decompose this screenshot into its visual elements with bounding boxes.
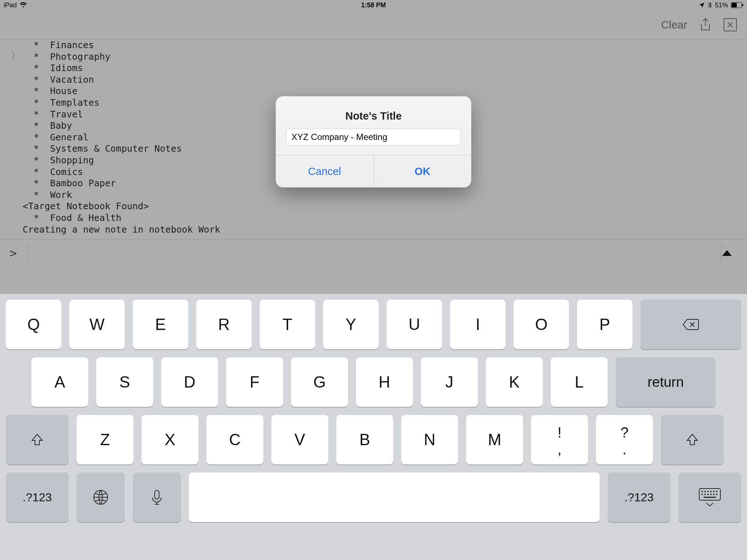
key-h[interactable]: H bbox=[356, 357, 413, 407]
key-e[interactable]: E bbox=[133, 300, 188, 349]
key-i[interactable]: I bbox=[450, 300, 506, 349]
key-shift-left[interactable] bbox=[6, 415, 69, 464]
key-label-bot: , bbox=[557, 442, 561, 456]
note-title-dialog: Note's Title Cancel OK bbox=[276, 96, 471, 187]
key-shift-right[interactable] bbox=[661, 415, 724, 464]
key-w[interactable]: W bbox=[69, 300, 125, 349]
key-n[interactable]: N bbox=[401, 415, 458, 464]
key-b[interactable]: B bbox=[336, 415, 393, 464]
key-j[interactable]: J bbox=[421, 357, 478, 407]
key-numbers-right[interactable]: .?123 bbox=[608, 472, 670, 522]
key-v[interactable]: V bbox=[271, 415, 328, 464]
key-z[interactable]: Z bbox=[77, 415, 133, 464]
key-c[interactable]: C bbox=[206, 415, 263, 464]
key-s[interactable]: S bbox=[96, 357, 153, 407]
key-d[interactable]: D bbox=[161, 357, 218, 407]
key-dismiss-keyboard[interactable] bbox=[678, 472, 741, 522]
key-p[interactable]: P bbox=[577, 300, 632, 349]
key-k[interactable]: K bbox=[486, 357, 543, 407]
key-period[interactable]: ? . bbox=[596, 415, 653, 464]
key-return[interactable]: return bbox=[616, 357, 716, 407]
key-m[interactable]: M bbox=[466, 415, 523, 464]
key-t[interactable]: T bbox=[260, 300, 315, 349]
dialog-title: Note's Title bbox=[276, 96, 471, 129]
note-title-input[interactable] bbox=[286, 129, 461, 145]
key-numbers[interactable]: .?123 bbox=[6, 472, 69, 522]
key-x[interactable]: X bbox=[142, 415, 198, 464]
key-a[interactable]: A bbox=[31, 357, 88, 407]
svg-rect-4 bbox=[155, 490, 159, 499]
key-u[interactable]: U bbox=[387, 300, 442, 349]
key-o[interactable]: O bbox=[514, 300, 569, 349]
key-backspace[interactable] bbox=[640, 300, 741, 349]
key-dictation[interactable] bbox=[133, 472, 181, 522]
key-r[interactable]: R bbox=[196, 300, 252, 349]
ok-button[interactable]: OK bbox=[374, 155, 472, 187]
key-q[interactable]: Q bbox=[6, 300, 61, 349]
onscreen-keyboard: Q W E R T Y U I O P A S D F G H J K L re… bbox=[0, 294, 747, 560]
key-y[interactable]: Y bbox=[323, 300, 379, 349]
cancel-button[interactable]: Cancel bbox=[276, 155, 374, 187]
key-comma[interactable]: ! , bbox=[531, 415, 588, 464]
key-space[interactable] bbox=[189, 472, 600, 522]
key-g[interactable]: G bbox=[291, 357, 348, 407]
key-label-top: ! bbox=[557, 425, 561, 440]
key-l[interactable]: L bbox=[551, 357, 608, 407]
key-label-top: ? bbox=[620, 425, 628, 440]
key-globe[interactable] bbox=[77, 472, 125, 522]
key-f[interactable]: F bbox=[226, 357, 283, 407]
key-label-bot: . bbox=[622, 442, 626, 456]
